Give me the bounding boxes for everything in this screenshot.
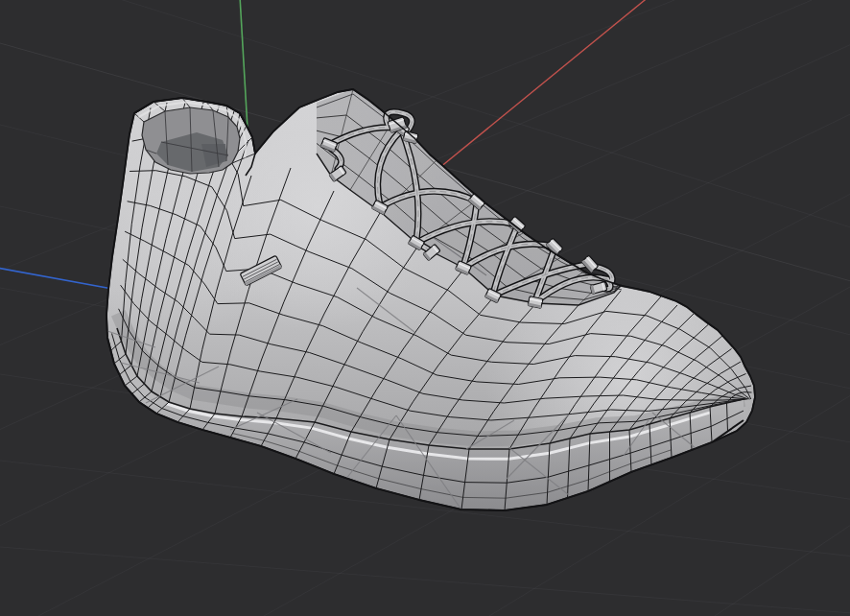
viewport-3d[interactable]: Low-poly sneaker shoe mesh (0, 0, 850, 616)
viewport-canvas[interactable]: Low-poly sneaker shoe mesh (0, 0, 850, 616)
eyelet-tab-near (528, 296, 543, 309)
